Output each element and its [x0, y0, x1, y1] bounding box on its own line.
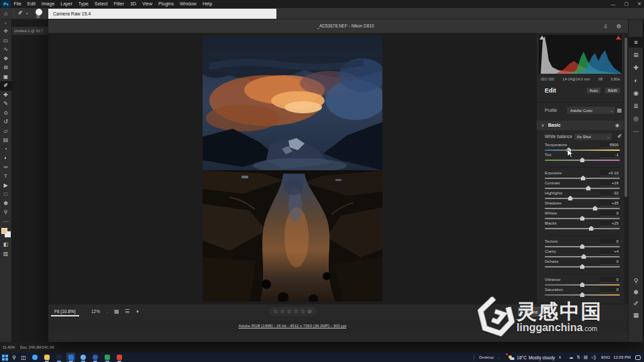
highlight-clipping-icon[interactable] — [616, 36, 621, 40]
slider-track[interactable] — [545, 228, 620, 229]
healing-icon[interactable]: ✚ — [629, 62, 643, 73]
clone-stamp-tool-icon[interactable]: ⊙ — [0, 109, 12, 118]
slider-handle[interactable] — [568, 196, 573, 200]
slider-handle[interactable] — [581, 176, 586, 180]
profile-dropdown[interactable]: Adobe Color ⌄ — [566, 106, 616, 115]
presets-icon[interactable]: ≣ — [629, 101, 643, 111]
menu-plugins[interactable]: Plugins — [156, 0, 177, 8]
white-balance-dropdown[interactable]: As Shot ⌄ — [574, 133, 612, 141]
hand-tool-icon[interactable]: ✽ — [629, 287, 643, 298]
chevron-down-icon[interactable]: ⌄ — [106, 310, 109, 314]
brush-tool-icon[interactable]: ✎ — [0, 99, 12, 109]
edit-toolbar-tool-icon[interactable]: ⋯ — [0, 217, 12, 227]
slider-track[interactable] — [545, 149, 620, 151]
star-icon[interactable]: ☆ — [294, 308, 299, 314]
taskbar-app-file-explorer[interactable] — [42, 353, 51, 362]
star-icon[interactable]: ☆ — [287, 308, 292, 314]
menu-select[interactable]: Select — [92, 0, 111, 8]
menu-type[interactable]: Type — [75, 0, 91, 8]
slider-value[interactable]: 0 — [600, 239, 620, 245]
blur-tool-icon[interactable]: ◔ — [0, 145, 12, 154]
collapse-caret-icon[interactable]: ∨ — [541, 123, 544, 127]
menu-image[interactable]: Image — [38, 0, 57, 8]
slider-handle[interactable] — [593, 206, 598, 210]
slider-handle[interactable] — [580, 244, 585, 249]
done-button[interactable]: Done — [518, 307, 547, 316]
close-button[interactable]: ✕ — [637, 1, 641, 7]
menu-3d[interactable]: 3D — [127, 0, 140, 8]
shadow-clipping-icon[interactable] — [539, 36, 545, 40]
menu-layer[interactable]: Layer — [58, 0, 76, 8]
basic-section-header[interactable]: ∨ Basic ◉ — [537, 121, 624, 130]
lasso-tool-icon[interactable]: ∿ — [0, 45, 12, 54]
bw-button[interactable]: B&W — [604, 87, 621, 94]
search-icon[interactable]: ⚲ — [9, 355, 19, 361]
slider-handle[interactable] — [580, 292, 585, 297]
white-balance-eyedropper-icon[interactable]: ✐ — [617, 133, 622, 139]
slider-value[interactable]: 0 — [600, 277, 620, 283]
pen-tool-icon[interactable]: ✑ — [0, 163, 12, 172]
chevron-down-icon[interactable]: ▾ — [26, 11, 28, 15]
slider-value[interactable]: 5500 — [600, 142, 620, 148]
eraser-tool-icon[interactable]: ▱ — [0, 127, 12, 136]
notification-center-icon[interactable] — [635, 355, 641, 360]
desktop-widget-label[interactable]: Desktop — [479, 355, 494, 359]
slider-value[interactable]: -1 — [600, 152, 620, 158]
shape-tool-icon[interactable]: □ — [0, 190, 12, 199]
slider-value[interactable]: +0.10 — [600, 170, 620, 176]
slider-value[interactable]: +35 — [600, 200, 620, 206]
move-tool-icon[interactable]: ✛ — [0, 27, 12, 36]
slider-handle[interactable] — [580, 216, 585, 221]
minimize-button[interactable]: — — [611, 2, 616, 7]
menu-filter[interactable]: Filter — [111, 0, 127, 8]
fit-zoom-button[interactable]: Fit (10.8%) — [51, 308, 79, 316]
taskbar-app-red-app[interactable] — [115, 353, 123, 362]
settings-gear-icon[interactable]: ⚙ — [616, 23, 621, 29]
masking-icon[interactable]: ◐ — [629, 75, 643, 86]
clock[interactable]: 12:03 PM — [613, 355, 631, 359]
taskbar-app-browser-circle-2[interactable] — [91, 353, 99, 362]
object-selection-tool-icon[interactable]: ❖ — [0, 54, 12, 64]
path-selection-tool-icon[interactable]: ▶ — [0, 181, 12, 190]
star-icon[interactable]: ☆ — [301, 308, 305, 314]
menu-help[interactable]: Help — [199, 0, 215, 8]
frame-tool-icon[interactable]: ▣ — [0, 72, 12, 82]
histogram[interactable] — [539, 35, 622, 74]
history-brush-tool-icon[interactable]: ↺ — [0, 117, 12, 127]
profile-browser-icon[interactable]: ▦ — [616, 107, 622, 113]
menu-file[interactable]: File — [11, 0, 24, 8]
star-icon[interactable]: ☆ — [280, 308, 284, 314]
snapshots-icon[interactable]: ◎ — [629, 113, 643, 124]
zoom-tool-icon[interactable]: ⚲ — [629, 276, 643, 286]
save-download-icon[interactable]: ⇩ — [603, 23, 608, 29]
slider-value[interactable]: +4 — [600, 249, 620, 255]
network-icon[interactable]: ⇅ — [577, 355, 580, 360]
slider-track[interactable] — [545, 188, 620, 189]
maximize-button[interactable]: ▢ — [625, 1, 629, 7]
edit-icon[interactable]: ≡ — [629, 37, 643, 48]
taskbar-app-photoshop[interactable] — [54, 353, 63, 362]
taskbar-app-active-app[interactable] — [66, 353, 75, 362]
cloud-icon[interactable]: ☁ — [569, 355, 574, 360]
color-swatches[interactable] — [0, 227, 12, 239]
slider-value[interactable]: 0 — [600, 287, 620, 293]
document-tab[interactable]: Untitled-1 @ 16.7 — [12, 27, 48, 35]
slider-track[interactable] — [545, 198, 620, 199]
language-indicator[interactable]: ENG — [601, 355, 610, 359]
hidden-icons-chevron[interactable]: ∧ — [558, 355, 561, 360]
crop-tool-icon[interactable]: ⊞ — [0, 63, 12, 72]
slider-value[interactable]: -32 — [600, 190, 620, 196]
home-icon[interactable]: ⌂ — [4, 10, 7, 17]
start-button[interactable] — [0, 355, 9, 361]
slider-handle[interactable] — [582, 254, 586, 259]
menu-edit[interactable]: Edit — [24, 0, 38, 8]
taskbar-app-browser-circle-1[interactable] — [78, 353, 87, 362]
screen-mode-icon[interactable]: ▥ — [0, 249, 12, 259]
red-eye-icon[interactable]: ◉ — [629, 88, 643, 99]
slider-handle[interactable] — [580, 282, 585, 287]
menu-window[interactable]: Window — [177, 0, 200, 8]
slider-handle[interactable] — [586, 186, 590, 190]
collapse-panel-icon[interactable]: » — [5, 19, 7, 27]
foreground-color-swatch[interactable] — [1, 228, 7, 234]
gradient-tool-icon[interactable]: ▤ — [0, 135, 12, 145]
